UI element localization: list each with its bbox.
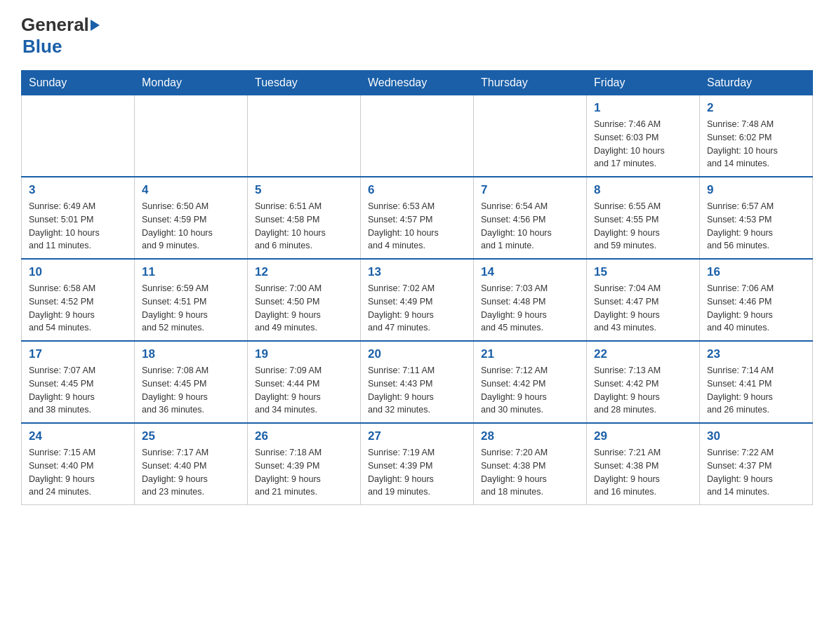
calendar-cell: 17Sunrise: 7:07 AM Sunset: 4:45 PM Dayli… <box>22 341 135 423</box>
calendar-cell <box>135 95 248 177</box>
day-number: 18 <box>142 347 240 361</box>
day-number: 16 <box>707 265 805 279</box>
day-info: Sunrise: 6:50 AM Sunset: 4:59 PM Dayligh… <box>142 200 240 253</box>
day-number: 17 <box>29 347 127 361</box>
day-number: 26 <box>255 429 353 443</box>
day-number: 1 <box>594 101 692 115</box>
day-number: 2 <box>707 101 805 115</box>
day-info: Sunrise: 7:13 AM Sunset: 4:42 PM Dayligh… <box>594 364 692 417</box>
weekday-header-friday: Friday <box>587 71 700 95</box>
day-number: 11 <box>142 265 240 279</box>
day-info: Sunrise: 7:12 AM Sunset: 4:42 PM Dayligh… <box>481 364 579 417</box>
calendar-cell: 30Sunrise: 7:22 AM Sunset: 4:37 PM Dayli… <box>700 423 813 505</box>
day-number: 29 <box>594 429 692 443</box>
day-info: Sunrise: 7:20 AM Sunset: 4:38 PM Dayligh… <box>481 446 579 499</box>
calendar-cell: 15Sunrise: 7:04 AM Sunset: 4:47 PM Dayli… <box>587 259 700 341</box>
day-number: 4 <box>142 183 240 197</box>
calendar-cell: 8Sunrise: 6:55 AM Sunset: 4:55 PM Daylig… <box>587 177 700 259</box>
day-info: Sunrise: 7:11 AM Sunset: 4:43 PM Dayligh… <box>368 364 466 417</box>
logo: General Blue <box>21 14 100 58</box>
day-info: Sunrise: 6:53 AM Sunset: 4:57 PM Dayligh… <box>368 200 466 253</box>
calendar-cell: 20Sunrise: 7:11 AM Sunset: 4:43 PM Dayli… <box>361 341 474 423</box>
day-number: 21 <box>481 347 579 361</box>
day-info: Sunrise: 7:21 AM Sunset: 4:38 PM Dayligh… <box>594 446 692 499</box>
day-number: 9 <box>707 183 805 197</box>
day-number: 24 <box>29 429 127 443</box>
day-info: Sunrise: 6:54 AM Sunset: 4:56 PM Dayligh… <box>481 200 579 253</box>
calendar-row: 1Sunrise: 7:46 AM Sunset: 6:03 PM Daylig… <box>22 95 813 177</box>
day-info: Sunrise: 6:57 AM Sunset: 4:53 PM Dayligh… <box>707 200 805 253</box>
calendar-row: 17Sunrise: 7:07 AM Sunset: 4:45 PM Dayli… <box>22 341 813 423</box>
calendar-row: 3Sunrise: 6:49 AM Sunset: 5:01 PM Daylig… <box>22 177 813 259</box>
day-number: 27 <box>368 429 466 443</box>
weekday-header-saturday: Saturday <box>700 71 813 95</box>
day-number: 20 <box>368 347 466 361</box>
weekday-header-row: SundayMondayTuesdayWednesdayThursdayFrid… <box>22 71 813 95</box>
calendar-cell: 28Sunrise: 7:20 AM Sunset: 4:38 PM Dayli… <box>474 423 587 505</box>
page-header: General Blue <box>21 14 813 58</box>
day-info: Sunrise: 7:09 AM Sunset: 4:44 PM Dayligh… <box>255 364 353 417</box>
logo-blue-text: Blue <box>22 36 62 58</box>
day-info: Sunrise: 6:58 AM Sunset: 4:52 PM Dayligh… <box>29 282 127 335</box>
day-number: 10 <box>29 265 127 279</box>
day-info: Sunrise: 7:00 AM Sunset: 4:50 PM Dayligh… <box>255 282 353 335</box>
day-info: Sunrise: 6:51 AM Sunset: 4:58 PM Dayligh… <box>255 200 353 253</box>
calendar-row: 10Sunrise: 6:58 AM Sunset: 4:52 PM Dayli… <box>22 259 813 341</box>
calendar-cell: 1Sunrise: 7:46 AM Sunset: 6:03 PM Daylig… <box>587 95 700 177</box>
calendar-cell: 29Sunrise: 7:21 AM Sunset: 4:38 PM Dayli… <box>587 423 700 505</box>
day-number: 15 <box>594 265 692 279</box>
day-info: Sunrise: 6:55 AM Sunset: 4:55 PM Dayligh… <box>594 200 692 253</box>
day-number: 3 <box>29 183 127 197</box>
day-number: 19 <box>255 347 353 361</box>
calendar-cell: 10Sunrise: 6:58 AM Sunset: 4:52 PM Dayli… <box>22 259 135 341</box>
calendar-cell: 2Sunrise: 7:48 AM Sunset: 6:02 PM Daylig… <box>700 95 813 177</box>
calendar-row: 24Sunrise: 7:15 AM Sunset: 4:40 PM Dayli… <box>22 423 813 505</box>
weekday-header-monday: Monday <box>135 71 248 95</box>
weekday-header-wednesday: Wednesday <box>361 71 474 95</box>
weekday-header-sunday: Sunday <box>22 71 135 95</box>
calendar-cell: 24Sunrise: 7:15 AM Sunset: 4:40 PM Dayli… <box>22 423 135 505</box>
calendar-cell <box>248 95 361 177</box>
logo-triangle-icon <box>91 20 100 31</box>
calendar-cell: 12Sunrise: 7:00 AM Sunset: 4:50 PM Dayli… <box>248 259 361 341</box>
day-info: Sunrise: 7:46 AM Sunset: 6:03 PM Dayligh… <box>594 118 692 170</box>
day-info: Sunrise: 7:17 AM Sunset: 4:40 PM Dayligh… <box>142 446 240 499</box>
day-info: Sunrise: 7:08 AM Sunset: 4:45 PM Dayligh… <box>142 364 240 417</box>
day-info: Sunrise: 7:03 AM Sunset: 4:48 PM Dayligh… <box>481 282 579 335</box>
calendar-cell: 21Sunrise: 7:12 AM Sunset: 4:42 PM Dayli… <box>474 341 587 423</box>
calendar-cell <box>22 95 135 177</box>
calendar-cell: 7Sunrise: 6:54 AM Sunset: 4:56 PM Daylig… <box>474 177 587 259</box>
calendar-cell: 23Sunrise: 7:14 AM Sunset: 4:41 PM Dayli… <box>700 341 813 423</box>
calendar-cell <box>361 95 474 177</box>
day-info: Sunrise: 7:07 AM Sunset: 4:45 PM Dayligh… <box>29 364 127 417</box>
calendar-cell: 27Sunrise: 7:19 AM Sunset: 4:39 PM Dayli… <box>361 423 474 505</box>
calendar-cell: 6Sunrise: 6:53 AM Sunset: 4:57 PM Daylig… <box>361 177 474 259</box>
calendar-cell: 25Sunrise: 7:17 AM Sunset: 4:40 PM Dayli… <box>135 423 248 505</box>
calendar-cell: 14Sunrise: 7:03 AM Sunset: 4:48 PM Dayli… <box>474 259 587 341</box>
calendar-cell: 22Sunrise: 7:13 AM Sunset: 4:42 PM Dayli… <box>587 341 700 423</box>
day-number: 30 <box>707 429 805 443</box>
calendar-cell: 13Sunrise: 7:02 AM Sunset: 4:49 PM Dayli… <box>361 259 474 341</box>
calendar-cell: 9Sunrise: 6:57 AM Sunset: 4:53 PM Daylig… <box>700 177 813 259</box>
day-info: Sunrise: 7:14 AM Sunset: 4:41 PM Dayligh… <box>707 364 805 417</box>
calendar-cell: 18Sunrise: 7:08 AM Sunset: 4:45 PM Dayli… <box>135 341 248 423</box>
day-number: 13 <box>368 265 466 279</box>
calendar-cell: 16Sunrise: 7:06 AM Sunset: 4:46 PM Dayli… <box>700 259 813 341</box>
day-info: Sunrise: 6:59 AM Sunset: 4:51 PM Dayligh… <box>142 282 240 335</box>
day-info: Sunrise: 6:49 AM Sunset: 5:01 PM Dayligh… <box>29 200 127 253</box>
calendar-cell: 4Sunrise: 6:50 AM Sunset: 4:59 PM Daylig… <box>135 177 248 259</box>
day-number: 22 <box>594 347 692 361</box>
day-info: Sunrise: 7:19 AM Sunset: 4:39 PM Dayligh… <box>368 446 466 499</box>
day-number: 25 <box>142 429 240 443</box>
calendar-cell: 19Sunrise: 7:09 AM Sunset: 4:44 PM Dayli… <box>248 341 361 423</box>
calendar-cell: 5Sunrise: 6:51 AM Sunset: 4:58 PM Daylig… <box>248 177 361 259</box>
weekday-header-tuesday: Tuesday <box>248 71 361 95</box>
day-info: Sunrise: 7:02 AM Sunset: 4:49 PM Dayligh… <box>368 282 466 335</box>
calendar-table: SundayMondayTuesdayWednesdayThursdayFrid… <box>21 70 813 505</box>
day-info: Sunrise: 7:15 AM Sunset: 4:40 PM Dayligh… <box>29 446 127 499</box>
day-info: Sunrise: 7:06 AM Sunset: 4:46 PM Dayligh… <box>707 282 805 335</box>
day-number: 5 <box>255 183 353 197</box>
calendar-cell <box>474 95 587 177</box>
day-number: 8 <box>594 183 692 197</box>
day-info: Sunrise: 7:04 AM Sunset: 4:47 PM Dayligh… <box>594 282 692 335</box>
